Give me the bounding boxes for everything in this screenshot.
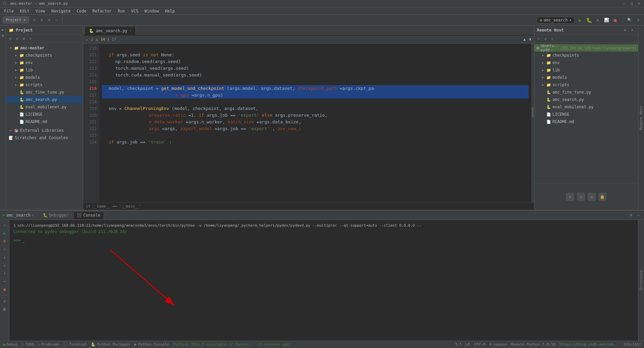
- menu-vcs[interactable]: VCS: [128, 8, 141, 14]
- remote-action-btn-4[interactable]: 🔒: [598, 193, 606, 201]
- tree-item-license[interactable]: 📄 LICENSE: [6, 111, 83, 118]
- tab-debugger[interactable]: 🐛 Debugger: [40, 211, 72, 219]
- problems-status-item[interactable]: ⚠ Problems: [38, 342, 59, 347]
- console-input[interactable]: _: [22, 237, 24, 243]
- clear-output-btn[interactable]: 🗑: [1, 305, 8, 313]
- menu-run[interactable]: Run: [115, 8, 128, 14]
- code-scrollbar[interactable]: [531, 44, 534, 202]
- maximize-button[interactable]: □: [629, 1, 634, 6]
- tree-item-lib[interactable]: ▶ 📁 lib: [6, 66, 83, 74]
- remote-action-btn-1[interactable]: ⇈: [566, 193, 574, 201]
- minimize-button[interactable]: —: [622, 1, 627, 6]
- terminal-status-item[interactable]: ⬛ Terminal: [63, 342, 87, 347]
- sidebar-icon-2[interactable]: ⊞: [0, 33, 6, 38]
- tree-item-scratches[interactable]: 📝 Scratches and Consoles: [6, 134, 83, 141]
- pause-btn[interactable]: ⏸: [1, 237, 8, 245]
- project-root[interactable]: ▼ 📁 amc-master: [6, 44, 83, 52]
- scroll-up-btn[interactable]: ▲: [523, 37, 526, 42]
- step-over-btn[interactable]: ↷: [1, 245, 8, 253]
- locate-btn[interactable]: ◎: [14, 36, 20, 42]
- remote-host-sidebar[interactable]: Remote Host: [638, 25, 644, 210]
- tree-item-readme[interactable]: 📄 README.md: [6, 118, 83, 125]
- python-console-status-item[interactable]: ▶ Python Console: [135, 342, 169, 347]
- remote-tree-env[interactable]: ▶ 📁 env: [534, 59, 638, 66]
- step-out-btn[interactable]: ↑: [1, 270, 8, 277]
- python-packages-status-item[interactable]: 🐍 Python Packages: [91, 342, 130, 347]
- stop-btn[interactable]: ■: [612, 17, 618, 23]
- editor-tab-amc-search[interactable]: 🐍 amc_search.py ×: [85, 26, 136, 35]
- run-coverage-btn[interactable]: ⊕: [595, 17, 601, 23]
- stop-debug-btn[interactable]: ■: [1, 286, 8, 293]
- toolbar-btn-3[interactable]: ⚙: [46, 17, 52, 23]
- debug-button[interactable]: 🐛: [586, 17, 592, 23]
- mute-breakpoints-btn[interactable]: ⊘: [1, 297, 8, 305]
- debug-status-item[interactable]: ● Debug: [3, 342, 17, 347]
- remote-tree-license[interactable]: 📄 LICENSE: [534, 111, 638, 118]
- remote-tree-lib[interactable]: ▶ 📁 lib: [534, 66, 638, 74]
- run-config-selector[interactable]: ● amc_search ▾: [537, 17, 575, 23]
- remote-tool-2[interactable]: ↺: [542, 36, 548, 42]
- debug-settings-btn[interactable]: ⚙: [628, 212, 634, 218]
- menu-help[interactable]: Help: [162, 8, 177, 14]
- remote-tree-readme[interactable]: 📄 README.md: [534, 118, 638, 125]
- code-content[interactable]: if args.seed is not None: np.random.seed…: [99, 44, 531, 202]
- python-interpreter[interactable]: Remote Python 3.8:10: [511, 342, 555, 347]
- tree-item-models[interactable]: ▶ 📁 models: [6, 74, 83, 81]
- remote-tree-scripts[interactable]: ▶ 📁 scripts: [534, 81, 638, 89]
- sidebar-icon-1[interactable]: ▶: [0, 27, 6, 32]
- tab-console[interactable]: ⬛ Console: [73, 211, 104, 219]
- tree-item-external-libs[interactable]: ▶ 📚 External Libraries: [6, 127, 83, 134]
- tree-item-eval-mobilenet[interactable]: 🐍 eval_mobilenet.py: [6, 103, 83, 111]
- remote-tree-fine-tune[interactable]: 🐍 amc_fine_tune.py: [534, 89, 638, 96]
- search-everywhere-btn[interactable]: 🔍: [627, 17, 633, 23]
- menu-view[interactable]: View: [33, 8, 48, 14]
- tree-item-scripts[interactable]: ▶ 📁 scripts: [6, 81, 83, 89]
- structure-sidebar[interactable]: Structure: [638, 220, 644, 341]
- remote-tool-1[interactable]: ↑: [536, 36, 542, 42]
- tree-item-checkpoints[interactable]: ▶ 📁 checkpoints: [6, 52, 83, 59]
- remote-tree-search[interactable]: 🐍 amc_search.py: [534, 96, 638, 103]
- debug-minimize-btn[interactable]: –: [635, 212, 641, 218]
- remote-tree-checkpoints[interactable]: ▶ 📁 checkpoints: [534, 52, 638, 59]
- todo-status-item[interactable]: ☑ TODO: [21, 342, 34, 347]
- pycharm-update-item[interactable]: PyCharm 2021.2 available // Update... (3…: [173, 342, 291, 347]
- menu-edit[interactable]: Edit: [17, 8, 32, 14]
- toolbar-btn-4[interactable]: –: [54, 17, 60, 23]
- toolbar-btn-1[interactable]: ⊟: [32, 17, 38, 23]
- tab-close-btn[interactable]: ×: [129, 29, 131, 33]
- tree-item-env[interactable]: ▶ 📁 env: [6, 59, 83, 66]
- tree-item-amc-fine-tune[interactable]: 🐍 amc_fine_tune.py: [6, 89, 83, 96]
- project-settings-btn[interactable]: ⚙: [21, 36, 27, 42]
- resume-btn[interactable]: ▶: [1, 229, 8, 237]
- csdn-link[interactable]: https://blog.csdn.net/od...: [559, 342, 620, 347]
- tree-item-amc-search[interactable]: 🐍 amc_search.py: [6, 96, 83, 103]
- toolbar-btn-2[interactable]: ≡: [39, 17, 45, 23]
- scroll-down-btn[interactable]: ▼: [529, 37, 531, 42]
- remote-settings-btn[interactable]: ⚙: [622, 27, 628, 33]
- menu-navigate[interactable]: Navigate: [49, 8, 73, 14]
- profile-btn[interactable]: 📊: [603, 17, 609, 23]
- project-dropdown[interactable]: Project ▾: [3, 16, 29, 23]
- remote-tool-3[interactable]: ↓: [549, 36, 555, 42]
- step-into-btn[interactable]: ↓: [1, 253, 8, 261]
- remote-tree-eval[interactable]: 🐍 eval_mobilenet.py: [534, 103, 638, 111]
- memory-indicator[interactable]: 423/1657: [624, 342, 641, 347]
- remote-action-btn-3[interactable]: ⇊: [588, 193, 596, 201]
- remote-action-btn-2[interactable]: ↺: [577, 193, 585, 201]
- project-close-btn[interactable]: ×: [28, 36, 34, 42]
- run-cursor-btn[interactable]: →: [1, 278, 8, 285]
- settings-btn[interactable]: ⚙: [635, 17, 641, 23]
- rerun-btn[interactable]: ↺: [1, 221, 8, 229]
- remote-close-btn[interactable]: ×: [629, 27, 635, 33]
- debug-panel-close[interactable]: ×: [32, 213, 34, 217]
- close-button[interactable]: ✕: [637, 1, 641, 6]
- menu-window[interactable]: Window: [142, 8, 162, 14]
- step-into-my-btn[interactable]: ⇓: [1, 262, 8, 269]
- menu-refactor[interactable]: Refactor: [90, 8, 114, 14]
- run-button[interactable]: ▶: [577, 17, 583, 23]
- indent-setting[interactable]: 4 spaces: [489, 342, 507, 347]
- remote-tree-models[interactable]: ▶ 📁 models: [534, 74, 638, 81]
- remote-server-root[interactable]: 🖥 Ubuntu-py38 (192.168.66.128/home/liyan…: [534, 44, 638, 52]
- collapse-all-btn[interactable]: ⊟: [7, 36, 13, 42]
- menu-file[interactable]: File: [1, 8, 16, 14]
